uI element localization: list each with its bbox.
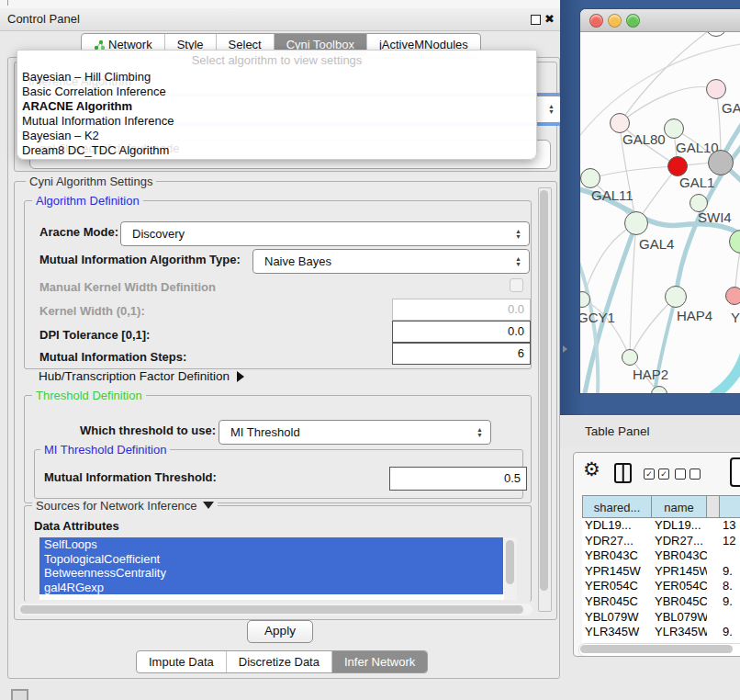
algorithm-select-popup: Select algorithm to view settings Bayesi… [17,50,537,160]
node-label: GAL4 [639,236,674,252]
node-label: GCY1 [580,310,615,325]
node-gal10[interactable] [664,119,684,139]
attribute-item-gal4rgexp[interactable]: gal4RGexp [39,581,503,595]
mi-threshold-group: MI Threshold Definition Mutual Informati… [34,449,523,499]
which-threshold-combobox[interactable]: MI Threshold ▲▼ [219,420,491,445]
table-row[interactable]: YPR145WYPR145W9. [582,564,740,580]
sources-group: Sources for Network Inference Data Attri… [24,505,532,602]
network-icon [94,40,105,51]
which-threshold-label: Which threshold to use: [80,423,216,437]
kernel-width-label: Kernel Width (0,1): [39,304,145,318]
aracne-mode-label: Aracne Mode: [39,225,118,239]
gear-icon[interactable]: ⚙ [583,458,600,480]
settings-vertical-scrollbar[interactable] [538,187,552,612]
table-row[interactable]: YDL19...YDL19...13 [582,518,740,534]
minimize-traffic-light[interactable] [608,14,622,28]
group-title: Algorithm Definition [32,194,143,208]
column-header-shared[interactable]: shared... [582,495,652,518]
kernel-width-field[interactable]: 0.0 [392,299,531,321]
node-y[interactable] [725,287,740,305]
columns-icon[interactable] [614,463,632,483]
node-hap4[interactable] [665,286,687,308]
network-window-titlebar[interactable] [580,9,740,32]
float-window-icon[interactable] [531,15,541,25]
network-canvas[interactable]: GALGAL80GAL10GAL1GAL11SWI4GAL4GCY1HAP4YH… [580,32,740,393]
attribute-table: shared...name YDL19...YDL19...13YDR27...… [582,495,740,655]
zoom-traffic-light[interactable] [626,14,640,28]
node-label: GAL1 [679,175,714,190]
hub-definition-toggle[interactable]: Hub/Transcription Factor Definition [39,369,244,383]
table-horizontal-scrollbar[interactable] [578,643,740,657]
node-label: HAP4 [677,308,712,323]
popup-item-basic-correlation-inference[interactable]: Basic Correlation Inference [17,85,536,99]
node-gal[interactable] [706,79,726,99]
page-icon[interactable] [730,457,740,487]
table-row[interactable]: YBR045CYBR045C9. [582,594,740,610]
popup-placeholder: Select algorithm to view settings [17,51,536,70]
popup-item-aracne-algorithm[interactable]: ARACNE Algorithm [17,99,536,114]
sources-toggle[interactable]: Sources for Network Inference [32,499,218,513]
control-panel-title: Control Panel [7,8,80,30]
attributes-scrollbar[interactable] [504,537,517,600]
dpi-tolerance-field[interactable]: 0.0 [392,321,531,343]
split-pane-handle-icon[interactable] [563,345,567,353]
data-attributes-list[interactable]: SelfLoopsTopologicalCoefficientBetweenne… [39,537,517,600]
aracne-mode-combobox[interactable]: Discovery ▲▼ [120,221,530,246]
column-header-name[interactable]: name [652,495,707,518]
table-row[interactable]: YLR345WYLR345W9. [582,625,740,640]
dpi-tolerance-label: DPI Tolerance [0,1]: [39,328,150,342]
tab-discretize-data[interactable]: Discretize Data [226,651,331,672]
popup-item-mutual-information-inference[interactable]: Mutual Information Inference [17,114,536,129]
stepper-icon: ▲▼ [515,229,521,240]
group-title: Cyni Algorithm Settings [26,175,156,188]
node-gal1[interactable] [667,156,688,176]
top-strip [0,0,562,8]
table-panel-title: Table Panel [585,416,650,447]
attribute-item-topologicalcoefficient[interactable]: TopologicalCoefficient [39,552,503,567]
node-gal4[interactable] [624,211,648,235]
node-label: GAL11 [591,187,633,203]
expand-right-icon [237,371,244,382]
group-title: MI Threshold Definition [40,443,170,457]
stepper-icon: ▲▼ [548,104,555,115]
select-all-icon[interactable]: ✓✓ [644,469,669,480]
popup-item-dream8-dc-tdc-algorithm[interactable]: Dream8 DC_TDC Algorithm [17,143,536,158]
algorithm-definition-group: Algorithm Definition Aracne Mode: Discov… [24,200,532,369]
popup-item-bayesian-k2[interactable]: Bayesian – K2 [17,129,536,143]
attribute-item-betweennesscentrality[interactable]: BetweennessCentrality [39,566,503,581]
cyni-algorithm-settings-group: Cyni Algorithm Settings Algorithm Defini… [14,181,557,620]
mi-type-combobox[interactable]: Naive Bayes ▲▼ [252,249,530,274]
close-icon[interactable]: ✖ [544,12,555,26]
mi-steps-field[interactable]: 6 [392,343,531,365]
table-row[interactable]: YBR043CYBR043C [582,548,740,564]
network-view-window: GALGAL80GAL10GAL1GAL11SWI4GAL4GCY1HAP4YH… [580,9,740,393]
attribute-item-selfloops[interactable]: SelfLoops [39,537,503,552]
node-gal11[interactable] [580,168,600,188]
table-panel-titlebar: Table Panel [560,415,740,447]
apply-button[interactable]: Apply [247,620,313,643]
table-row[interactable]: YDR27...YDR27...12 [582,534,740,549]
close-traffic-light[interactable] [589,14,603,28]
column-header-3[interactable] [720,495,740,518]
minimized-panel-icon[interactable] [11,689,28,700]
node-label: Y [731,310,740,325]
node-label: HAP2 [633,367,668,382]
tab-infer-network[interactable]: Infer Network [331,651,427,672]
manual-kernel-checkbox[interactable] [510,278,523,292]
deselect-all-icon[interactable] [675,469,701,480]
stepper-icon: ▲▼ [515,256,521,267]
table-row[interactable]: YER054CYER054C8. [582,579,740,594]
mi-steps-label: Mutual Information Steps: [39,350,186,364]
mi-threshold-field[interactable]: 0.5 [389,467,527,491]
table-row[interactable]: YBL079WYBL079W [582,610,740,626]
node-gal80[interactable] [610,113,630,133]
node-label: GAL80 [622,131,666,147]
node-hap2[interactable] [622,349,638,366]
column-header-2[interactable] [707,495,720,518]
node[interactable] [708,150,734,175]
settings-horizontal-scrollbar[interactable] [18,604,533,615]
threshold-definition-group: Threshold Definition Which threshold to … [24,395,532,503]
bottom-tabbar: Impute DataDiscretize DataInfer Network [136,650,428,673]
popup-item-bayesian-hill-climbing[interactable]: Bayesian – Hill Climbing [17,70,536,85]
tab-impute-data[interactable]: Impute Data [137,651,226,672]
